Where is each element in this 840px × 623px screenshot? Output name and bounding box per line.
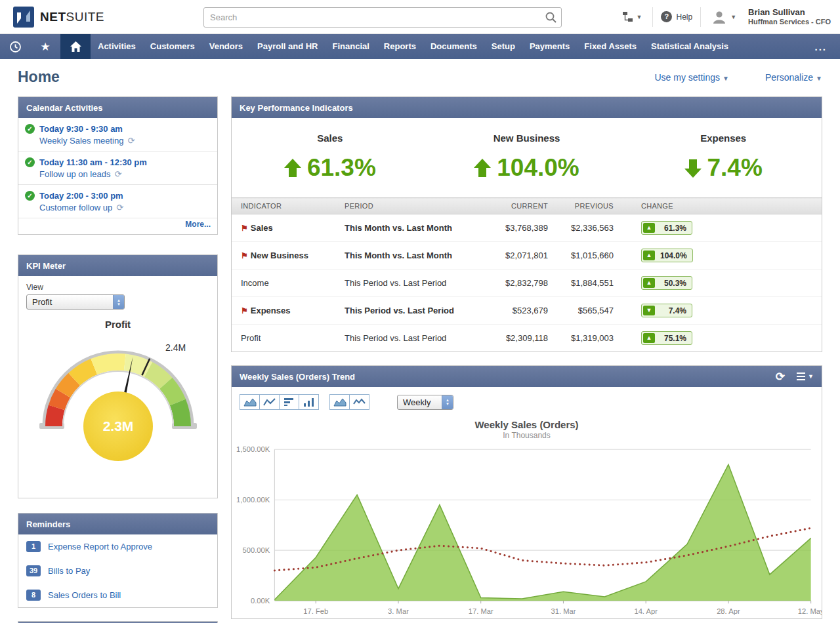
gauge-svg: 2.3M 2.4M (26, 330, 210, 461)
col-period: PERIOD (338, 198, 474, 214)
reminders-panel-title: Reminders (26, 519, 70, 529)
shortcuts-star-icon[interactable]: ★ (30, 34, 60, 59)
change-badge: ▲75.1% (641, 331, 692, 345)
col-current: CURRENT (474, 198, 555, 214)
kpi-meter-panel: KPI Meter View Profit ▲▼ Profit (18, 254, 218, 498)
panel-menu-button[interactable]: ▼ (797, 373, 814, 380)
caret-down-icon: ▼ (808, 373, 814, 380)
overlay-area-button[interactable] (329, 394, 350, 410)
svg-text:31. Mar: 31. Mar (551, 607, 576, 615)
refresh-icon[interactable]: ⟳ (776, 371, 785, 382)
calendar-event-title[interactable]: Weekly Sales meeting⟳ (25, 136, 211, 146)
user-name: Brian Sullivan (748, 7, 831, 18)
gauge-max-label: 2.4M (165, 342, 186, 353)
nav-item-vendors[interactable]: Vendors (202, 34, 250, 59)
svg-text:28. Apr: 28. Apr (717, 607, 740, 615)
kpi-panel-header: Key Performance Indicators (232, 97, 822, 118)
roles-menu-button[interactable]: ▼ (620, 9, 645, 25)
help-button[interactable]: ? Help (661, 11, 692, 22)
search-input[interactable] (203, 7, 562, 28)
nav-item-activities[interactable]: Activities (91, 34, 143, 59)
nav-item-payments[interactable]: Payments (522, 34, 577, 59)
chart-type-area-button[interactable] (240, 394, 260, 410)
netsuite-logo[interactable]: NETSUITE (13, 7, 104, 28)
nav-item-financial[interactable]: Financial (326, 34, 377, 59)
page-head-links: Use my settings▼ Personalize▼ (654, 72, 822, 83)
calendar-event-time[interactable]: Today 11:30 am - 12:30 pm (39, 157, 147, 167)
kpi-meter-panel-header: KPI Meter (18, 255, 217, 276)
search-icon[interactable] (545, 11, 557, 24)
brand-net: NET (40, 10, 66, 24)
calendar-event-time[interactable]: Today 9:30 - 9:30 am (39, 124, 123, 134)
calendar-event-title[interactable]: Customer follow up⟳ (25, 203, 211, 212)
svg-text:12. May: 12. May (798, 607, 822, 615)
nav-item-statistical-analysis[interactable]: Statistical Analysis (644, 34, 736, 59)
svg-text:0.00K: 0.00K (251, 597, 270, 605)
reminder-count-badge: 8 (26, 590, 41, 601)
nav-item-payroll-hr[interactable]: Payroll and HR (250, 34, 325, 59)
down-arrow-icon: ▼ (643, 306, 655, 315)
kpi-highlight-name: Expenses (625, 132, 822, 144)
nav-item-documents[interactable]: Documents (423, 34, 484, 59)
calendar-event-time[interactable]: Today 2:00 - 3:00 pm (39, 191, 123, 201)
svg-text:3. Mar: 3. Mar (388, 607, 409, 615)
calendar-panel-header: Calendar Activities (18, 97, 217, 118)
menu-icon (797, 376, 805, 377)
kpi-highlight-value: 7.4% (707, 154, 763, 182)
up-arrow-icon: ▲ (643, 251, 655, 260)
select-stepper-icon: ▲▼ (442, 395, 453, 409)
home-tab[interactable] (60, 34, 91, 59)
kpi-highlight-name: New Business (429, 132, 625, 144)
check-icon: ✓ (25, 191, 35, 201)
main-nav: ★ Activities Customers Vendors Payroll a… (0, 34, 840, 59)
chart-type-line-button[interactable] (259, 394, 280, 410)
chart-type-hbar-button[interactable] (279, 394, 299, 410)
nav-item-customers[interactable]: Customers (143, 34, 202, 59)
reminder-expense-report[interactable]: 1 Expense Report to Approve (18, 534, 217, 559)
kpi-highlight-value: 61.3% (307, 154, 376, 182)
flag-icon: ⚑ (241, 251, 248, 260)
view-select-value: Profit (27, 295, 113, 309)
trend-period-select[interactable]: Weekly ▲▼ (397, 395, 453, 410)
gauge-title: Profit (18, 319, 217, 330)
svg-text:500.00K: 500.00K (242, 546, 270, 554)
nav-item-setup[interactable]: Setup (484, 34, 522, 59)
calendar-panel-title: Calendar Activities (26, 103, 103, 113)
up-arrow-icon: ▲ (643, 278, 655, 288)
calendar-event-title[interactable]: Follow up on leads⟳ (25, 169, 211, 179)
kpi-highlight-sales: Sales 61.3% (232, 132, 429, 182)
global-search (203, 7, 562, 28)
select-stepper-icon: ▲▼ (113, 295, 124, 309)
overlay-line-button[interactable] (349, 394, 369, 410)
nav-more-button[interactable]: ... (801, 41, 840, 52)
trend-panel-header: Weekly Sales (Orders) Trend ⟳ ▼ (232, 366, 822, 387)
kpi-table-header-row: INDICATOR PERIOD CURRENT PREVIOUS CHANGE (232, 198, 822, 214)
calendar-item: ✓ Today 2:00 - 3:00 pm Customer follow u… (18, 185, 217, 218)
use-my-settings-link[interactable]: Use my settings▼ (654, 72, 729, 83)
nav-item-reports[interactable]: Reports (377, 34, 423, 59)
user-role: Huffman Services - CFO (748, 18, 831, 27)
nav-item-fixed-assets[interactable]: Fixed Assets (577, 34, 644, 59)
caret-down-icon: ▼ (723, 75, 729, 82)
recent-records-icon[interactable] (0, 34, 30, 59)
user-menu-button[interactable]: ▼ (709, 7, 739, 27)
kpi-highlight-name: Sales (232, 132, 429, 144)
trend-panel-title: Weekly Sales (Orders) Trend (240, 372, 355, 382)
calendar-more-link[interactable]: More... (18, 218, 217, 234)
chart-type-vbar-button[interactable] (299, 394, 319, 410)
kpi-meter-view-select[interactable]: Profit ▲▼ (26, 294, 125, 310)
page-head: Home Use my settings▼ Personalize▼ (0, 59, 840, 92)
calendar-item: ✓ Today 11:30 am - 12:30 pm Follow up on… (18, 151, 217, 185)
personalize-link[interactable]: Personalize▼ (765, 72, 822, 83)
up-arrow-icon: ▲ (643, 333, 655, 343)
reminder-bills-to-pay[interactable]: 39 Bills to Pay (18, 559, 217, 583)
reminder-sales-orders[interactable]: 8 Sales Orders to Bill (18, 583, 217, 607)
recurrence-icon: ⟳ (127, 136, 135, 146)
col-indicator: INDICATOR (232, 198, 338, 214)
help-label: Help (676, 12, 692, 22)
period-select-value: Weekly (398, 395, 442, 409)
table-row-sales: ⚑Sales This Month vs. Last Month $3,768,… (232, 214, 822, 242)
brand-text: NETSUITE (40, 10, 104, 24)
dashboard-content: Calendar Activities ✓ Today 9:30 - 9:30 … (0, 92, 840, 623)
svg-text:1,500.00K: 1,500.00K (236, 445, 270, 453)
